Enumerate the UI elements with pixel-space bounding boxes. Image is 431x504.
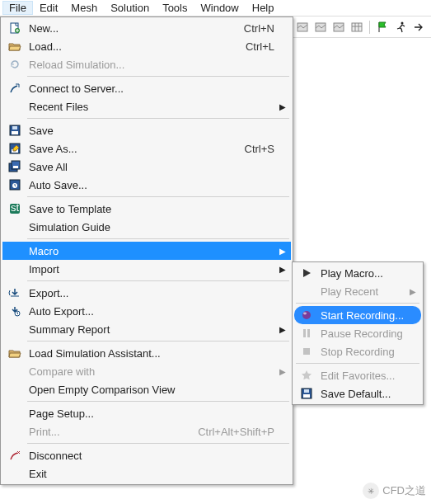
submenu-arrow-icon: ▶ xyxy=(279,102,286,111)
blank-icon xyxy=(6,243,24,258)
menubar-item-help[interactable]: Help xyxy=(246,1,281,15)
menu-item-label: Export... xyxy=(24,287,288,299)
blank-icon xyxy=(6,99,24,114)
menubar-item-tools[interactable]: Tools xyxy=(156,1,194,15)
file-menu-item-import[interactable]: Import▶ xyxy=(2,260,291,278)
menu-item-label: Save Default... xyxy=(316,388,418,400)
record-icon xyxy=(297,308,316,323)
watermark-icon: ✳ xyxy=(363,483,379,499)
file-menu: New...Ctrl+NLoad...Ctrl+LReload Simulati… xyxy=(0,16,293,485)
blank-icon xyxy=(297,284,316,299)
blank-icon xyxy=(6,219,24,234)
file-menu-item-save-to-template[interactable]: stSave to Template xyxy=(2,200,291,218)
save-icon xyxy=(6,123,24,138)
svg-rect-27 xyxy=(304,389,309,393)
file-menu-item-disconnect[interactable]: Disconnect xyxy=(2,446,291,464)
file-menu-item-reload-simulation: Reload Simulation... xyxy=(2,55,291,73)
file-menu-item-summary-report[interactable]: Summary Report▶ xyxy=(2,320,291,338)
menu-item-label: Print... xyxy=(24,426,198,438)
svg-rect-8 xyxy=(12,131,18,134)
svg-rect-23 xyxy=(307,329,310,337)
menu-item-label: Summary Report xyxy=(24,323,288,336)
menu-item-accel: Ctrl+L xyxy=(246,40,288,53)
svg-rect-26 xyxy=(303,394,310,398)
menu-item-label: Save xyxy=(24,125,288,137)
blank-icon xyxy=(6,364,24,379)
menu-item-label: Connect to Server... xyxy=(24,82,288,95)
macro-submenu: Play Macro...Play Recent▶Start Recording… xyxy=(292,261,424,405)
file-menu-item-save-as[interactable]: Save As...Ctrl+S xyxy=(2,139,291,158)
menubar-item-solution[interactable]: Solution xyxy=(104,1,156,15)
watermark: ✳ CFD之道 xyxy=(363,483,426,499)
svg-text:st: st xyxy=(11,202,20,214)
blank-icon xyxy=(6,382,24,397)
menu-item-label: Macro xyxy=(24,245,288,257)
file-menu-item-auto-export[interactable]: Auto Export... xyxy=(2,302,291,320)
blank-icon xyxy=(6,261,24,276)
submenu-arrow-icon: ▶ xyxy=(279,247,286,256)
menu-item-label: Open Empty Comparison View xyxy=(24,384,288,396)
macro-menu-item-start-recording[interactable]: Start Recording... xyxy=(294,306,421,324)
file-menu-item-open-empty-comparison-view[interactable]: Open Empty Comparison View xyxy=(2,380,291,398)
menubar-item-edit[interactable]: Edit xyxy=(33,1,64,15)
open-icon xyxy=(6,346,24,360)
reload-icon xyxy=(6,57,24,72)
svg-rect-22 xyxy=(303,329,306,337)
svg-rect-14 xyxy=(13,166,18,168)
file-menu-item-auto-save[interactable]: Auto Save... xyxy=(2,176,291,194)
file-menu-item-connect-to-server[interactable]: Connect to Server... xyxy=(2,79,291,97)
svg-rect-9 xyxy=(12,126,17,130)
menu-item-label: Reload Simulation... xyxy=(24,59,288,71)
submenu-arrow-icon: ▶ xyxy=(279,265,286,274)
blank-icon xyxy=(6,322,24,337)
file-menu-item-macro[interactable]: Macro▶ xyxy=(2,242,291,260)
new-icon xyxy=(6,21,24,35)
menubar: FileEditMeshSolutionToolsWindowHelp xyxy=(0,0,431,16)
disconnect-icon xyxy=(6,448,24,463)
submenu-arrow-icon: ▶ xyxy=(410,287,416,296)
stop-icon xyxy=(297,344,316,359)
star-icon xyxy=(297,368,316,383)
blank-icon xyxy=(6,406,24,421)
menu-item-label: Stop Recording xyxy=(316,346,418,358)
saveall-icon xyxy=(6,159,24,174)
save-icon xyxy=(297,386,316,401)
file-menu-item-save[interactable]: Save xyxy=(2,121,291,139)
file-menu-item-exit[interactable]: Exit xyxy=(2,464,291,483)
macro-menu-item-play-recent: Play Recent▶ xyxy=(294,282,421,300)
saveas-icon xyxy=(6,141,24,156)
watermark-text: CFD之道 xyxy=(382,483,426,498)
menu-item-label: Load Simulation Assistant... xyxy=(24,347,288,360)
file-menu-item-export[interactable]: Export... xyxy=(2,284,291,302)
file-menu-item-recent-files[interactable]: Recent Files▶ xyxy=(2,97,291,115)
svg-point-21 xyxy=(303,313,307,315)
svg-rect-24 xyxy=(303,348,310,355)
file-menu-item-load-simulation-assistant[interactable]: Load Simulation Assistant... xyxy=(2,344,291,362)
menu-item-label: Auto Save... xyxy=(24,179,288,191)
pause-icon xyxy=(297,326,316,341)
menubar-item-window[interactable]: Window xyxy=(194,1,246,15)
menu-item-label: Auto Export... xyxy=(24,305,288,318)
menu-item-label: Start Recording... xyxy=(316,309,418,322)
file-menu-item-new[interactable]: New...Ctrl+N xyxy=(2,19,291,37)
menubar-item-mesh[interactable]: Mesh xyxy=(64,1,104,15)
autosave-icon xyxy=(6,177,24,192)
open-icon xyxy=(6,39,24,54)
blank-icon xyxy=(6,466,24,481)
autoexport-icon xyxy=(6,304,24,318)
macro-menu-item-save-default[interactable]: Save Default... xyxy=(294,384,421,403)
menu-item-label: Pause Recording xyxy=(316,327,418,340)
menu-item-accel: Ctrl+Alt+Shift+P xyxy=(198,426,288,438)
file-menu-item-simulation-guide[interactable]: Simulation Guide xyxy=(2,218,291,236)
menubar-item-file[interactable]: File xyxy=(2,1,33,15)
file-menu-item-page-setup[interactable]: Page Setup... xyxy=(2,404,291,422)
macro-menu-item-play-macro[interactable]: Play Macro... xyxy=(294,264,421,282)
file-menu-item-save-all[interactable]: Save All xyxy=(2,158,291,176)
menu-item-label: Save As... xyxy=(24,143,245,155)
menu-item-label: Page Setup... xyxy=(24,407,288,420)
menu-item-label: Save All xyxy=(24,161,288,173)
menu-item-label: Play Macro... xyxy=(316,267,418,280)
export-icon xyxy=(6,285,24,300)
file-menu-item-load[interactable]: Load...Ctrl+L xyxy=(2,37,291,55)
file-menu-item-compare-with: Compare with▶ xyxy=(2,362,291,380)
